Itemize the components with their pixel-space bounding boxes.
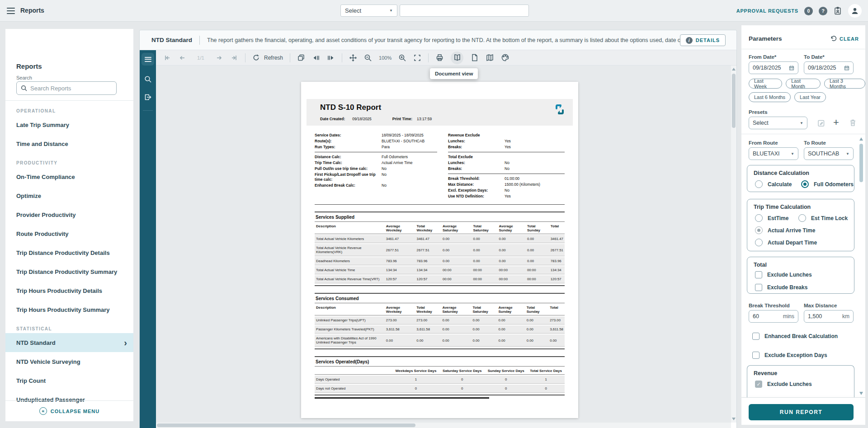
sidebar-item-trip-distance-productivity-summary[interactable]: Trip Distance Productivity Summary›	[5, 262, 133, 281]
panel-scrollbar[interactable]	[859, 137, 863, 395]
zoom-out-icon[interactable]	[364, 54, 372, 62]
scrollbar-thumb[interactable]	[859, 144, 863, 182]
zoom-in-icon[interactable]	[398, 54, 406, 62]
scroll-down-icon[interactable]	[732, 418, 736, 420]
max-distance-input[interactable]	[808, 313, 840, 320]
chip-last-year[interactable]: Last Year	[794, 92, 826, 102]
sidebar-search-input[interactable]	[30, 85, 112, 92]
refresh-label[interactable]: Refresh	[264, 55, 283, 61]
menu-icon[interactable]	[7, 8, 15, 14]
prev-view-icon[interactable]	[312, 54, 320, 62]
to-date-input[interactable]	[808, 65, 841, 71]
chip-last-3-months[interactable]: Last 3 Months	[824, 79, 865, 89]
radio-icon[interactable]	[798, 214, 806, 222]
radio-full-odometers[interactable]: Full Odometers	[801, 180, 854, 188]
chip-last-week[interactable]: Last Week	[749, 79, 782, 89]
prev-page-icon[interactable]	[178, 54, 186, 62]
sidebar-item-provider-productivity[interactable]: Provider Productivity›	[5, 205, 133, 224]
first-page-icon[interactable]	[163, 54, 171, 62]
sidebar-item-trip-count[interactable]: Trip Count›	[5, 371, 133, 390]
last-page-icon[interactable]	[230, 54, 238, 62]
checkbox-icon[interactable]	[755, 271, 762, 278]
global-select-dropdown[interactable]: Select ▼	[340, 5, 397, 17]
sidebar-item-on-time-compliance[interactable]: On-Time Compliance›	[5, 167, 133, 186]
radio-icon[interactable]	[801, 180, 809, 188]
scrollbar-thumb[interactable]	[157, 423, 415, 427]
max-distance-field[interactable]: km	[804, 310, 854, 323]
print-icon[interactable]	[435, 53, 444, 62]
param-label: Lunches:	[448, 139, 505, 144]
refresh-icon[interactable]	[252, 54, 260, 61]
radio-icon[interactable]	[755, 226, 763, 234]
checkbox-exclude-exception-days[interactable]: Exclude Exception Days	[752, 352, 827, 359]
delete-preset-icon[interactable]	[849, 119, 857, 127]
radio-est-time-lock[interactable]: Est Time Lock	[798, 214, 848, 222]
radio-icon[interactable]	[755, 214, 763, 222]
to-date-field[interactable]	[804, 61, 854, 74]
break-threshold-input[interactable]	[753, 313, 780, 320]
radio-icon[interactable]	[755, 239, 763, 246]
checkbox-icon[interactable]	[752, 352, 760, 359]
radio-actual-depart-time[interactable]: Actual Depart Time	[755, 239, 817, 246]
next-view-icon[interactable]	[327, 54, 335, 62]
pan-icon[interactable]	[349, 54, 357, 62]
sidebar-item-route-productivity[interactable]: Route Productivity›	[5, 224, 133, 243]
sidebar-item-trip-hours-productivity-details[interactable]: Trip Hours Productivity Details›	[5, 281, 133, 300]
from-date-field[interactable]	[749, 61, 798, 74]
radio-icon[interactable]	[755, 180, 763, 188]
to-route-dropdown[interactable]: SOUTHCAB ▼	[804, 147, 854, 160]
presets-dropdown[interactable]: Select ▼	[749, 117, 807, 129]
checkbox-total-exclude-breaks[interactable]: Exclude Breaks	[755, 284, 807, 291]
run-report-button[interactable]: RUN REPORT	[749, 404, 854, 420]
from-date-input[interactable]	[753, 65, 786, 71]
clear-button[interactable]: CLEAR	[830, 35, 859, 42]
highlight-editing-icon[interactable]	[501, 53, 509, 62]
checkbox-icon[interactable]	[752, 333, 760, 340]
horizontal-scrollbar[interactable]	[156, 423, 731, 428]
from-route-dropdown[interactable]: BLUETAXI ▼	[749, 147, 798, 160]
toggle-panel-icon[interactable]	[142, 53, 154, 66]
chip-last-6-months[interactable]: Last 6 Months	[749, 92, 791, 102]
checkbox-total-exclude-lunches[interactable]: Exclude Lunches	[755, 271, 812, 278]
sidebar-item-trip-hours-productivity-summary[interactable]: Trip Hours Productivity Summary›	[5, 300, 133, 319]
vertical-scrollbar[interactable]	[731, 66, 736, 423]
multipage-view-icon[interactable]	[486, 53, 494, 62]
radio-calculate[interactable]: Calculate	[755, 180, 792, 188]
calendar-icon[interactable]	[844, 65, 849, 71]
clipboard-icon[interactable]	[833, 6, 842, 15]
scroll-up-icon[interactable]	[732, 68, 736, 71]
user-avatar[interactable]	[848, 4, 862, 18]
single-page-view-icon[interactable]	[470, 53, 479, 62]
checkbox-icon[interactable]	[755, 284, 762, 291]
sidebar-item-late-trip-summary[interactable]: Late Trip Summary›	[5, 115, 133, 134]
help-icon[interactable]: ?	[819, 7, 827, 15]
approval-requests-link[interactable]: APPROVAL REQUESTS	[736, 8, 798, 14]
edit-preset-icon[interactable]	[817, 119, 825, 127]
scroll-up-icon[interactable]	[859, 137, 863, 141]
sidebar-item-optimize[interactable]: Optimize›	[5, 186, 133, 205]
radio-esttime[interactable]: EstTime	[755, 214, 788, 222]
collapse-menu-button[interactable]: « COLLAPSE MENU	[5, 400, 133, 421]
radio-actual-arrive-time[interactable]: Actual Arrive Time	[755, 226, 815, 234]
search-document-icon[interactable]	[144, 75, 152, 83]
sidebar-item-trip-distance-productivity-details[interactable]: Trip Distance Productivity Details›	[5, 243, 133, 262]
break-threshold-field[interactable]: mins	[749, 310, 798, 323]
calendar-icon[interactable]	[789, 65, 794, 71]
details-button[interactable]: i DETAILS	[680, 34, 726, 46]
next-page-icon[interactable]	[215, 54, 223, 62]
global-search-input[interactable]	[400, 5, 529, 17]
scrollbar-thumb[interactable]	[732, 74, 736, 128]
checkbox-revenue-exclude-lunches[interactable]: Exclude Lunches	[755, 381, 812, 388]
checkbox-enhanced-break-calculation[interactable]: Enhanced Break Calculation	[752, 333, 838, 340]
add-preset-icon[interactable]: +	[833, 118, 839, 127]
copy-page-icon[interactable]	[297, 54, 305, 62]
sidebar-item-ntd-vehicle-surveying[interactable]: NTD Vehicle Surveying›	[5, 352, 133, 371]
fullscreen-icon[interactable]	[413, 54, 421, 62]
sidebar-item-time-and-distance[interactable]: Time and Distance›	[5, 134, 133, 153]
document-view-icon[interactable]	[451, 52, 463, 64]
checkbox-icon[interactable]	[755, 381, 762, 388]
export-icon[interactable]	[144, 93, 152, 101]
scroll-down-icon[interactable]	[859, 392, 863, 395]
sidebar-item-ntd-standard[interactable]: NTD Standard›	[5, 333, 133, 352]
chip-last-month[interactable]: Last Month	[786, 79, 821, 89]
